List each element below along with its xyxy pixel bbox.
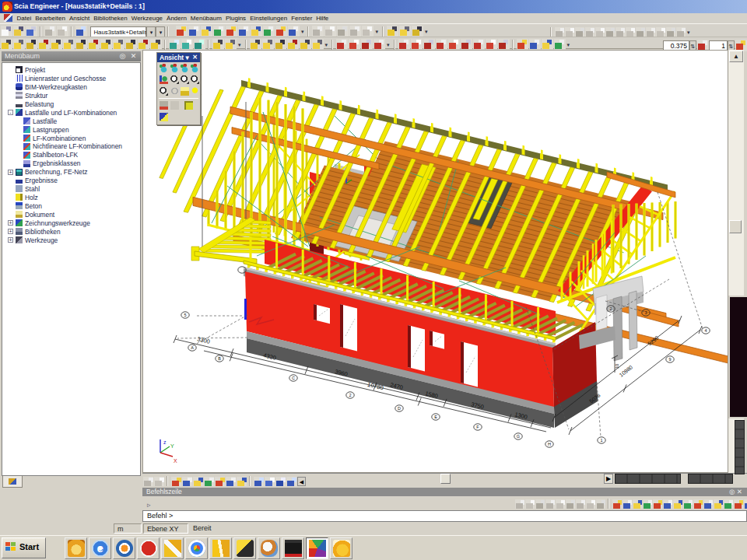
svg-text:G: G — [517, 434, 520, 439]
svg-text:B: B — [218, 356, 221, 361]
svg-text:2: 2 — [349, 393, 351, 397]
svg-text:A: A — [191, 345, 194, 350]
svg-text:X: X — [174, 458, 177, 464]
svg-text:D: D — [398, 406, 401, 411]
svg-text:5: 5 — [184, 313, 186, 317]
svg-text:H: H — [548, 442, 551, 446]
svg-text:9: 9 — [668, 357, 671, 362]
svg-text:1: 1 — [600, 438, 602, 443]
svg-text:2: 2 — [609, 306, 612, 311]
svg-text:E: E — [434, 415, 437, 419]
svg-text:F: F — [476, 425, 479, 429]
svg-text:Y: Y — [170, 443, 174, 449]
svg-text:C: C — [292, 376, 295, 380]
svg-text:3: 3 — [644, 310, 647, 315]
svg-text:10: 10 — [615, 363, 619, 369]
svg-text:4: 4 — [704, 328, 707, 333]
svg-text:z: z — [163, 439, 167, 445]
